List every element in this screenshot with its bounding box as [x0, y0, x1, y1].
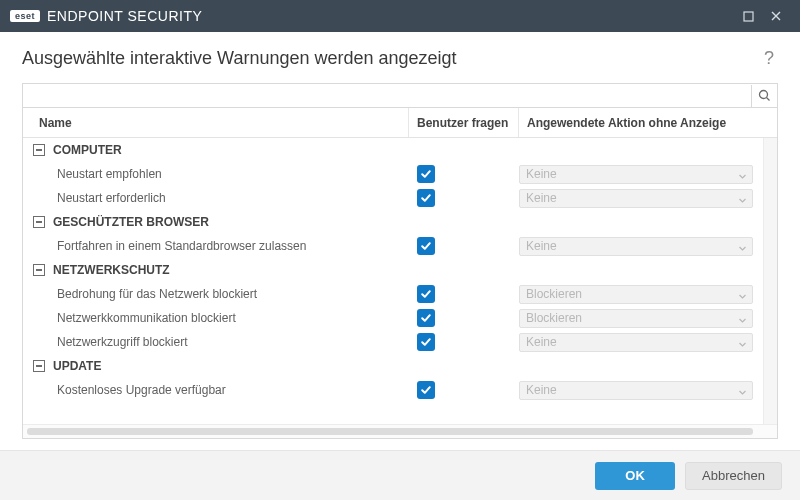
svg-rect-2 [36, 149, 42, 151]
setting-row: Fortfahren in einem Standardbrowser zula… [23, 234, 777, 258]
vertical-scrollbar[interactable] [763, 138, 777, 424]
chevron-down-icon [738, 170, 747, 184]
brand-badge: eset [10, 10, 40, 22]
dropdown-value: Keine [526, 239, 557, 253]
group-row[interactable]: NETZWERKSCHUTZ [23, 258, 777, 282]
setting-row: Kostenloses Upgrade verfügbarKeine [23, 378, 777, 402]
group-label: NETZWERKSCHUTZ [53, 263, 170, 277]
ask-user-checkbox[interactable] [417, 189, 435, 207]
ask-user-checkbox[interactable] [417, 381, 435, 399]
setting-label: Neustart erforderlich [57, 191, 166, 205]
svg-rect-5 [36, 365, 42, 367]
ok-button[interactable]: OK [595, 462, 675, 490]
ask-user-checkbox[interactable] [417, 165, 435, 183]
svg-rect-3 [36, 221, 42, 223]
setting-label: Netzwerkkommunikation blockiert [57, 311, 236, 325]
column-header-action[interactable]: Angewendete Aktion ohne Anzeige [519, 108, 763, 137]
cancel-button[interactable]: Abbrechen [685, 462, 782, 490]
action-dropdown[interactable]: Keine [519, 333, 753, 352]
svg-rect-4 [36, 269, 42, 271]
titlebar: eset ENDPOINT SECURITY [0, 0, 800, 32]
column-header-ask[interactable]: Benutzer fragen [409, 108, 519, 137]
grid-header: Name Benutzer fragen Angewendete Aktion … [23, 108, 777, 138]
setting-row: Netzwerkkommunikation blockiertBlockiere… [23, 306, 777, 330]
dialog-footer: OK Abbrechen [0, 450, 800, 500]
setting-label: Netzwerkzugriff blockiert [57, 335, 188, 349]
minimize-icon[interactable] [734, 2, 762, 30]
ask-user-checkbox[interactable] [417, 309, 435, 327]
product-name: ENDPOINT SECURITY [47, 8, 202, 24]
setting-row: Neustart empfohlenKeine [23, 162, 777, 186]
action-dropdown[interactable]: Blockieren [519, 309, 753, 328]
setting-label: Kostenloses Upgrade verfügbar [57, 383, 226, 397]
dropdown-value: Keine [526, 191, 557, 205]
collapse-icon[interactable] [33, 216, 45, 228]
group-label: UPDATE [53, 359, 101, 373]
column-header-name[interactable]: Name [23, 108, 409, 137]
setting-label: Fortfahren in einem Standardbrowser zula… [57, 239, 306, 253]
action-dropdown[interactable]: Keine [519, 189, 753, 208]
dropdown-value: Keine [526, 335, 557, 349]
svg-rect-0 [744, 12, 753, 21]
group-label: COMPUTER [53, 143, 122, 157]
action-dropdown[interactable]: Blockieren [519, 285, 753, 304]
group-row[interactable]: COMPUTER [23, 138, 777, 162]
close-icon[interactable] [762, 2, 790, 30]
chevron-down-icon [738, 194, 747, 208]
group-row[interactable]: UPDATE [23, 354, 777, 378]
help-icon[interactable]: ? [760, 48, 778, 69]
chevron-down-icon [738, 386, 747, 400]
ask-user-checkbox[interactable] [417, 333, 435, 351]
collapse-icon[interactable] [33, 144, 45, 156]
setting-row: Bedrohung für das Netzwerk blockiertBloc… [23, 282, 777, 306]
chevron-down-icon [738, 290, 747, 304]
horizontal-scrollbar[interactable] [23, 424, 777, 438]
group-row[interactable]: GESCHÜTZTER BROWSER [23, 210, 777, 234]
search-icon[interactable] [751, 85, 777, 107]
grid-toolbar [22, 83, 778, 107]
setting-label: Neustart empfohlen [57, 167, 162, 181]
grid-body: COMPUTERNeustart empfohlenKeineNeustart … [23, 138, 777, 424]
group-label: GESCHÜTZTER BROWSER [53, 215, 209, 229]
chevron-down-icon [738, 338, 747, 352]
setting-row: Neustart erforderlichKeine [23, 186, 777, 210]
dropdown-value: Blockieren [526, 287, 582, 301]
setting-row: Netzwerkzugriff blockiertKeine [23, 330, 777, 354]
settings-grid: Name Benutzer fragen Angewendete Aktion … [22, 107, 778, 439]
chevron-down-icon [738, 314, 747, 328]
collapse-icon[interactable] [33, 264, 45, 276]
page-title: Ausgewählte interaktive Warnungen werden… [22, 48, 760, 69]
chevron-down-icon [738, 242, 747, 256]
dropdown-value: Keine [526, 383, 557, 397]
setting-label: Bedrohung für das Netzwerk blockiert [57, 287, 257, 301]
action-dropdown[interactable]: Keine [519, 381, 753, 400]
ask-user-checkbox[interactable] [417, 237, 435, 255]
action-dropdown[interactable]: Keine [519, 165, 753, 184]
dropdown-value: Keine [526, 167, 557, 181]
collapse-icon[interactable] [33, 360, 45, 372]
header: Ausgewählte interaktive Warnungen werden… [0, 32, 800, 83]
svg-point-1 [760, 91, 768, 99]
action-dropdown[interactable]: Keine [519, 237, 753, 256]
ask-user-checkbox[interactable] [417, 285, 435, 303]
dropdown-value: Blockieren [526, 311, 582, 325]
